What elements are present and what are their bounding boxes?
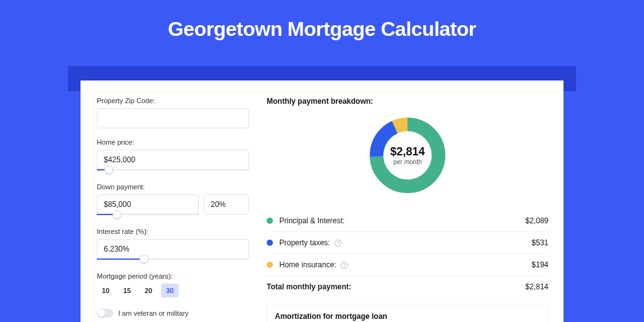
amortization-card: Amortization for mortgage loan Amortizat… <box>267 304 548 322</box>
down-payment-slider[interactable] <box>97 214 199 215</box>
breakdown-line-ins: Home insurance: ?$194 <box>267 254 548 276</box>
yellow-dot-icon <box>267 262 273 268</box>
zip-field: Property Zip Code: <box>97 97 249 128</box>
inputs-column: Property Zip Code: Home price: Down paym… <box>97 97 249 322</box>
slider-fill <box>97 258 144 260</box>
slider-thumb[interactable] <box>104 165 113 174</box>
donut-amount: $2,814 <box>390 145 425 158</box>
slider-thumb[interactable] <box>113 210 121 219</box>
interest-field: Interest rate (%): <box>97 228 249 260</box>
breakdown-line-pi: Principal & Interest:$2,089 <box>267 210 548 232</box>
interest-input[interactable] <box>97 239 249 259</box>
breakdown-lines: Principal & Interest:$2,089Property taxe… <box>267 210 548 276</box>
breakdown-value-pi: $2,089 <box>525 216 548 225</box>
breakdown-label-taxes: Property taxes: ? <box>279 238 531 247</box>
breakdown-label-ins: Home insurance: ? <box>279 260 531 269</box>
down-payment-pct-input[interactable] <box>204 194 249 214</box>
period-btn-10[interactable]: 10 <box>97 284 114 297</box>
donut-center: $2,814 per month <box>367 114 448 196</box>
donut-wrap: $2,814 per month <box>267 114 548 196</box>
period-label: Mortgage period (years): <box>97 272 249 280</box>
down-payment-label: Down payment: <box>97 183 249 191</box>
page-title: Georgetown Mortgage Calculator <box>0 0 644 53</box>
period-row: 10152030 <box>97 284 249 297</box>
period-btn-15[interactable]: 15 <box>118 284 136 297</box>
down-payment-input[interactable] <box>97 194 199 214</box>
zip-input[interactable] <box>97 108 249 128</box>
blue-dot-icon <box>267 240 273 246</box>
zip-label: Property Zip Code: <box>97 97 249 104</box>
interest-slider[interactable] <box>97 258 249 260</box>
interest-label: Interest rate (%): <box>97 228 249 235</box>
info-icon[interactable]: ? <box>335 240 341 247</box>
slider-thumb[interactable] <box>140 255 148 264</box>
down-payment-field: Down payment: <box>97 183 249 215</box>
breakdown-line-taxes: Property taxes: ?$531 <box>267 232 548 254</box>
home-price-field: Home price: <box>97 138 249 170</box>
breakdown-value-taxes: $531 <box>531 238 548 247</box>
home-price-input[interactable] <box>97 150 249 170</box>
period-btn-30[interactable]: 30 <box>161 284 179 297</box>
amortization-title: Amortization for mortgage loan <box>275 312 540 321</box>
total-value: $2,814 <box>525 282 548 291</box>
period-btn-20[interactable]: 20 <box>140 284 157 297</box>
veteran-toggle[interactable] <box>97 309 113 318</box>
toggle-knob <box>97 309 105 317</box>
veteran-row: I am veteran or military <box>97 309 249 318</box>
home-price-label: Home price: <box>97 138 249 146</box>
donut-sub: per month <box>393 158 421 165</box>
calculator-panel: Property Zip Code: Home price: Down paym… <box>80 80 564 322</box>
green-dot-icon <box>267 218 273 224</box>
info-icon[interactable]: ? <box>341 262 348 269</box>
breakdown-label-pi: Principal & Interest: <box>279 216 525 225</box>
breakdown-column: Monthly payment breakdown: $2,814 per mo… <box>267 97 548 322</box>
total-line: Total monthly payment: $2,814 <box>267 276 548 300</box>
total-label: Total monthly payment: <box>267 282 525 291</box>
veteran-label: I am veteran or military <box>118 309 189 317</box>
home-price-slider[interactable] <box>97 169 249 170</box>
donut-chart: $2,814 per month <box>367 114 448 196</box>
period-field: Mortgage period (years): 10152030 <box>97 272 249 297</box>
breakdown-title: Monthly payment breakdown: <box>267 97 548 106</box>
breakdown-value-ins: $194 <box>531 260 548 269</box>
